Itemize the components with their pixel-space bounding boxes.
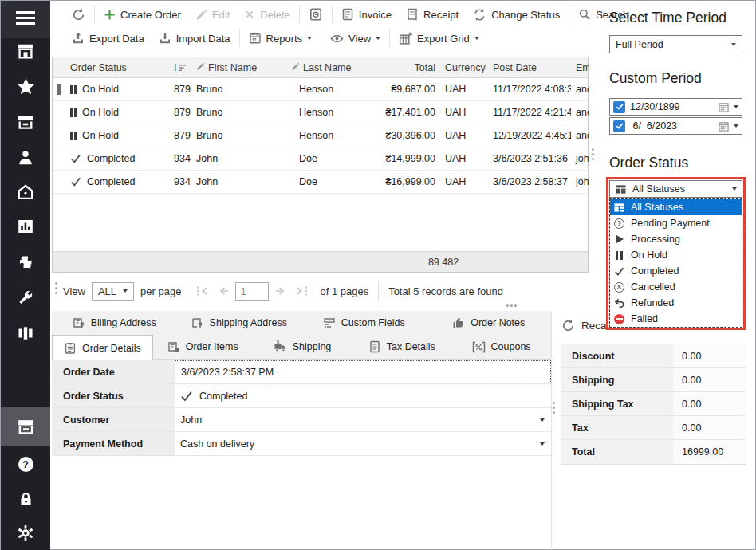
export-grid-label: Export Grid [417,33,470,45]
tab-order-items[interactable]: Order Items [153,335,253,359]
tab-custom-fields[interactable]: Custom Fields [301,311,427,335]
checkbox-checked-icon[interactable] [613,120,625,132]
sidebar-item-customers[interactable] [1,140,50,175]
reports-button[interactable]: Reports [242,28,320,49]
table-row[interactable]: Completed 9342 John Doe ₴16,999.00 UAH 3… [53,171,588,194]
column-header-email[interactable]: Em [571,62,589,73]
tab-order-notes[interactable]: Order Notes [427,311,552,335]
app-window: ? Create Order Edit Delete [0,0,756,550]
column-header-post-date[interactable]: Post Date [488,62,571,73]
delete-button[interactable]: Delete [237,4,297,25]
tab-tax-details[interactable]: Tax Details [352,335,451,359]
pencil-icon [291,62,300,71]
last-page-button[interactable] [294,285,309,297]
separator [94,6,95,23]
order-date-field[interactable]: 3/6/2023 2:58:37 PM [175,360,551,383]
orders-grid: Order Status I First Name Last Name Tota… [52,57,589,273]
checkbox-checked-icon[interactable] [613,101,625,113]
option-failed[interactable]: Failed [610,311,742,327]
table-row[interactable]: On Hold 8799 Bruno Henson ₴30,396.00 UAH… [53,124,588,147]
option-all-statuses[interactable]: All Statuses [610,199,742,215]
receipt-button[interactable]: Receipt [399,4,466,25]
option-pending-payment[interactable]: ? Pending Payment [610,215,742,231]
change-status-button[interactable]: Change Status [466,4,567,25]
table-row[interactable]: On Hold 8794 Bruno Henson ₴9,687.00 UAH … [53,78,588,101]
total-row-discount: Discount 0.00 [561,344,746,368]
thumbs-up-icon [452,316,465,329]
option-cancelled[interactable]: ✕ Cancelled [610,279,742,295]
tab-coupons[interactable]: Coupons [451,335,551,359]
on-hold-icon [613,249,625,261]
import-data-button[interactable]: Import Data [152,28,238,49]
option-processing[interactable]: Processing [610,231,742,247]
invoice-icon [341,8,354,21]
time-period-select[interactable]: Full Period [609,35,742,53]
column-header-id[interactable]: I [169,62,191,73]
chevron-down-icon [734,105,738,108]
create-order-button[interactable]: Create Order [96,4,188,25]
splitter-handle[interactable] [553,402,555,404]
option-on-hold[interactable]: On Hold [610,247,742,263]
date-from-picker[interactable]: 12/30/1899 [609,98,742,116]
table-row[interactable]: On Hold 8795 Bruno Henson ₴17,401.00 UAH… [53,101,588,124]
column-header-total[interactable]: Total [364,62,440,73]
export-data-button[interactable]: Export Data [65,28,152,49]
sidebar-item-orders[interactable] [1,104,50,139]
per-page-select[interactable]: ALL [92,282,134,301]
order-status-field[interactable]: Completed [175,384,551,407]
sidebar-item-layout[interactable] [1,316,50,351]
splitter-handle[interactable] [506,304,509,307]
table-row[interactable]: Completed 9341 John Doe ₴14,999.00 UAH 3… [53,147,588,171]
option-completed[interactable]: Completed [610,263,742,279]
import-data-label: Import Data [176,33,230,45]
payment-method-dropdown[interactable]: Cash on delivery [175,432,551,455]
tab-order-details[interactable]: Order Details [52,335,153,360]
sidebar-item-shop[interactable] [1,33,50,69]
option-refunded[interactable]: Refunded [610,295,742,311]
export-grid-icon [399,32,412,45]
sidebar-item-reports[interactable] [1,209,50,244]
chevron-down-icon [734,124,738,128]
x-icon [244,9,255,20]
sidebar-item-store[interactable] [1,175,50,210]
edit-button[interactable]: Edit [188,4,237,25]
hamburger-menu-button[interactable] [1,1,50,38]
view-button[interactable]: View [323,28,388,49]
page-number-input[interactable] [235,282,269,301]
splitter-handle[interactable] [592,148,594,151]
sidebar-item-orders-active[interactable] [1,407,50,446]
next-page-button[interactable] [275,285,288,297]
tab-shipping[interactable]: $ Shipping [253,335,352,359]
pagination-bar: View ALL per page of 1 pages Total 5 rec… [63,280,589,302]
date-to-picker[interactable]: 6/ 6/2023 [609,117,742,135]
order-items-icon [167,340,180,353]
sidebar-item-tools[interactable] [1,281,50,316]
sidebar-item-settings[interactable] [1,516,50,550]
preview-button[interactable] [301,4,330,25]
sidebar-item-security[interactable] [1,481,50,517]
pager-drag-handle[interactable] [55,282,57,285]
column-header-currency[interactable]: Currency [440,62,488,73]
column-header-first-name[interactable]: First Name [191,62,277,73]
chevron-down-icon [732,187,737,191]
column-header-order-status[interactable]: Order Status [65,62,169,73]
view-label: View [63,285,85,297]
refresh-button[interactable] [65,4,93,25]
order-totals-panel: Discount 0.00 Shipping 0.00 Shipping Tax… [561,344,746,465]
tab-billing-address[interactable]: Billing Address [52,311,177,335]
sidebar-item-favorites[interactable] [1,69,50,104]
order-details-form: Order Date 3/6/2023 2:58:37 PM Order Sta… [52,359,551,456]
invoice-button[interactable]: Invoice [334,4,399,25]
column-header-last-name[interactable]: Last Name [277,62,364,73]
change-status-label: Change Status [491,9,560,21]
first-page-button[interactable] [195,285,210,297]
sidebar-item-help[interactable]: ? [1,446,50,481]
separator [239,29,240,47]
export-grid-button[interactable]: Export Grid [392,28,486,49]
tab-shipping-address[interactable]: Shipping Address [177,311,302,335]
order-status-value: All Statuses [632,183,685,194]
previous-page-button[interactable] [216,285,229,297]
customer-dropdown[interactable]: John [175,408,551,431]
order-status-combobox[interactable]: All Statuses [609,180,742,198]
sidebar-item-plugins[interactable] [1,245,50,280]
